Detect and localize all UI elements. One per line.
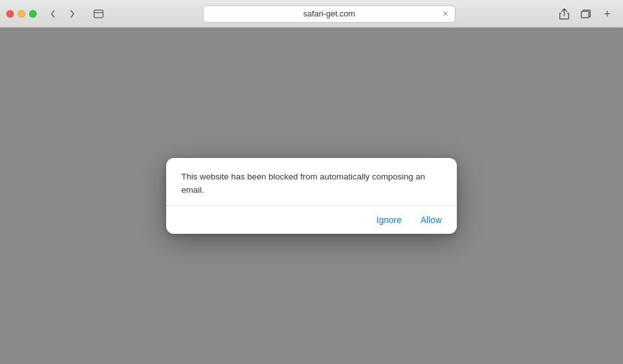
tab-overview-icon: [94, 9, 104, 18]
nav-buttons: [44, 5, 81, 23]
back-icon: [50, 9, 56, 18]
close-window-button[interactable]: [6, 10, 14, 18]
permission-dialog: This website has been blocked from autom…: [166, 158, 457, 234]
ignore-button[interactable]: Ignore: [373, 212, 406, 228]
allow-button[interactable]: Allow: [417, 212, 445, 228]
dialog-overlay: This website has been blocked from autom…: [0, 28, 623, 364]
maximize-window-button[interactable]: [29, 10, 37, 18]
dialog-actions: Ignore Allow: [166, 206, 457, 234]
share-button[interactable]: [555, 5, 574, 23]
address-bar[interactable]: safari-get.com ✕: [203, 5, 456, 23]
browser-toolbar: safari-get.com ✕ +: [0, 0, 623, 28]
svg-rect-0: [94, 10, 103, 18]
back-button[interactable]: [44, 5, 62, 23]
url-text: safari-get.com: [303, 9, 355, 18]
new-tab-window-button[interactable]: [576, 5, 595, 23]
dialog-body: This website has been blocked from autom…: [166, 158, 457, 205]
share-icon: [559, 8, 569, 20]
forward-button[interactable]: [63, 5, 81, 23]
forward-icon: [69, 9, 75, 18]
toolbar-right: +: [555, 5, 617, 23]
tab-overview-button[interactable]: [90, 5, 107, 23]
traffic-lights: [6, 10, 37, 18]
new-tab-button[interactable]: +: [598, 5, 617, 23]
stop-loading-button[interactable]: ✕: [440, 9, 451, 19]
dialog-message: This website has been blocked from autom…: [181, 171, 442, 197]
new-tab-icon: +: [604, 8, 611, 20]
minimize-window-button[interactable]: [18, 10, 25, 18]
svg-rect-2: [581, 11, 589, 18]
tab-window-icon: [581, 9, 591, 18]
page-content: This website has been blocked from autom…: [0, 28, 623, 364]
address-bar-container: safari-get.com ✕: [112, 5, 546, 23]
